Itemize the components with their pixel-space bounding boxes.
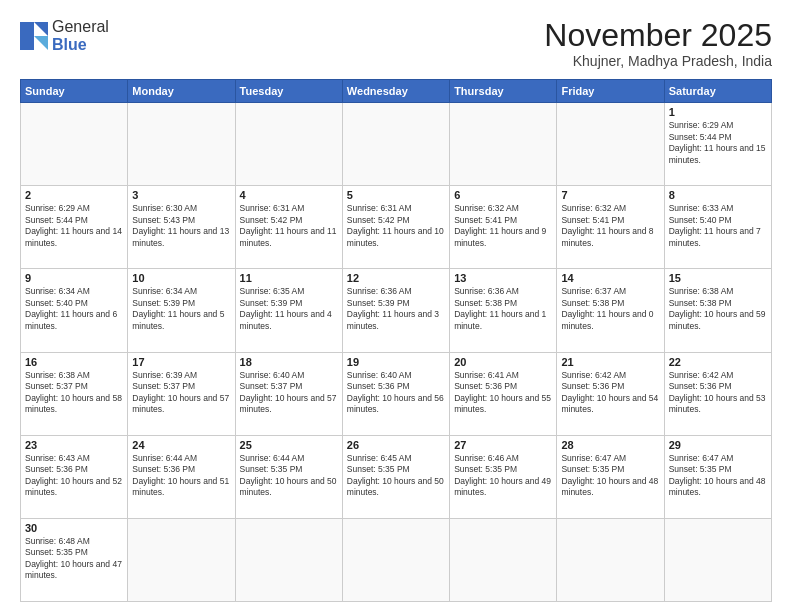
day-number: 6 [454, 189, 552, 201]
calendar-cell: 26Sunrise: 6:45 AMSunset: 5:35 PMDayligh… [342, 435, 449, 518]
day-info: Sunrise: 6:38 AMSunset: 5:38 PMDaylight:… [669, 286, 767, 332]
day-number: 21 [561, 356, 659, 368]
calendar-cell: 5Sunrise: 6:31 AMSunset: 5:42 PMDaylight… [342, 186, 449, 269]
general-blue-logo-icon [20, 22, 48, 50]
calendar-cell: 20Sunrise: 6:41 AMSunset: 5:36 PMDayligh… [450, 352, 557, 435]
day-number: 27 [454, 439, 552, 451]
day-info: Sunrise: 6:37 AMSunset: 5:38 PMDaylight:… [561, 286, 659, 332]
day-info: Sunrise: 6:33 AMSunset: 5:40 PMDaylight:… [669, 203, 767, 249]
calendar-cell [128, 103, 235, 186]
calendar-cell: 2Sunrise: 6:29 AMSunset: 5:44 PMDaylight… [21, 186, 128, 269]
calendar-header-row: SundayMondayTuesdayWednesdayThursdayFrid… [21, 80, 772, 103]
header: General Blue November 2025 Khujner, Madh… [20, 18, 772, 69]
day-number: 20 [454, 356, 552, 368]
calendar-cell [557, 518, 664, 601]
day-info: Sunrise: 6:42 AMSunset: 5:36 PMDaylight:… [669, 370, 767, 416]
day-info: Sunrise: 6:47 AMSunset: 5:35 PMDaylight:… [561, 453, 659, 499]
page: General Blue November 2025 Khujner, Madh… [0, 0, 792, 612]
calendar-cell [664, 518, 771, 601]
calendar-cell: 11Sunrise: 6:35 AMSunset: 5:39 PMDayligh… [235, 269, 342, 352]
svg-marker-2 [34, 36, 48, 50]
day-number: 22 [669, 356, 767, 368]
day-number: 25 [240, 439, 338, 451]
calendar-cell: 19Sunrise: 6:40 AMSunset: 5:36 PMDayligh… [342, 352, 449, 435]
calendar-cell: 6Sunrise: 6:32 AMSunset: 5:41 PMDaylight… [450, 186, 557, 269]
day-header-wednesday: Wednesday [342, 80, 449, 103]
calendar-cell [557, 103, 664, 186]
calendar-cell: 12Sunrise: 6:36 AMSunset: 5:39 PMDayligh… [342, 269, 449, 352]
day-number: 14 [561, 272, 659, 284]
day-number: 30 [25, 522, 123, 534]
calendar-cell [450, 103, 557, 186]
day-number: 24 [132, 439, 230, 451]
day-number: 11 [240, 272, 338, 284]
day-info: Sunrise: 6:36 AMSunset: 5:38 PMDaylight:… [454, 286, 552, 332]
calendar-cell: 17Sunrise: 6:39 AMSunset: 5:37 PMDayligh… [128, 352, 235, 435]
day-info: Sunrise: 6:41 AMSunset: 5:36 PMDaylight:… [454, 370, 552, 416]
calendar-cell: 16Sunrise: 6:38 AMSunset: 5:37 PMDayligh… [21, 352, 128, 435]
calendar-week-6: 30Sunrise: 6:48 AMSunset: 5:35 PMDayligh… [21, 518, 772, 601]
day-header-friday: Friday [557, 80, 664, 103]
day-info: Sunrise: 6:44 AMSunset: 5:35 PMDaylight:… [240, 453, 338, 499]
svg-marker-1 [34, 22, 48, 36]
calendar-cell: 10Sunrise: 6:34 AMSunset: 5:39 PMDayligh… [128, 269, 235, 352]
calendar-cell: 29Sunrise: 6:47 AMSunset: 5:35 PMDayligh… [664, 435, 771, 518]
calendar-week-4: 16Sunrise: 6:38 AMSunset: 5:37 PMDayligh… [21, 352, 772, 435]
calendar-title: November 2025 [544, 18, 772, 53]
calendar-cell: 3Sunrise: 6:30 AMSunset: 5:43 PMDaylight… [128, 186, 235, 269]
calendar-cell [128, 518, 235, 601]
calendar-table: SundayMondayTuesdayWednesdayThursdayFrid… [20, 79, 772, 602]
day-info: Sunrise: 6:44 AMSunset: 5:36 PMDaylight:… [132, 453, 230, 499]
day-number: 1 [669, 106, 767, 118]
day-header-sunday: Sunday [21, 80, 128, 103]
calendar-cell: 22Sunrise: 6:42 AMSunset: 5:36 PMDayligh… [664, 352, 771, 435]
calendar-cell: 23Sunrise: 6:43 AMSunset: 5:36 PMDayligh… [21, 435, 128, 518]
day-info: Sunrise: 6:35 AMSunset: 5:39 PMDaylight:… [240, 286, 338, 332]
day-number: 5 [347, 189, 445, 201]
day-info: Sunrise: 6:46 AMSunset: 5:35 PMDaylight:… [454, 453, 552, 499]
day-info: Sunrise: 6:34 AMSunset: 5:39 PMDaylight:… [132, 286, 230, 332]
day-info: Sunrise: 6:47 AMSunset: 5:35 PMDaylight:… [669, 453, 767, 499]
day-info: Sunrise: 6:45 AMSunset: 5:35 PMDaylight:… [347, 453, 445, 499]
svg-rect-0 [20, 22, 34, 50]
day-number: 17 [132, 356, 230, 368]
day-number: 15 [669, 272, 767, 284]
day-header-tuesday: Tuesday [235, 80, 342, 103]
day-number: 18 [240, 356, 338, 368]
day-info: Sunrise: 6:36 AMSunset: 5:39 PMDaylight:… [347, 286, 445, 332]
day-info: Sunrise: 6:29 AMSunset: 5:44 PMDaylight:… [669, 120, 767, 166]
logo-text: General Blue [52, 18, 109, 53]
day-number: 4 [240, 189, 338, 201]
day-info: Sunrise: 6:32 AMSunset: 5:41 PMDaylight:… [454, 203, 552, 249]
calendar-cell: 27Sunrise: 6:46 AMSunset: 5:35 PMDayligh… [450, 435, 557, 518]
calendar-subtitle: Khujner, Madhya Pradesh, India [544, 53, 772, 69]
day-info: Sunrise: 6:48 AMSunset: 5:35 PMDaylight:… [25, 536, 123, 582]
day-number: 16 [25, 356, 123, 368]
calendar-cell: 8Sunrise: 6:33 AMSunset: 5:40 PMDaylight… [664, 186, 771, 269]
logo-line1: General [52, 18, 109, 36]
calendar-cell: 1Sunrise: 6:29 AMSunset: 5:44 PMDaylight… [664, 103, 771, 186]
calendar-week-5: 23Sunrise: 6:43 AMSunset: 5:36 PMDayligh… [21, 435, 772, 518]
day-number: 2 [25, 189, 123, 201]
calendar-cell: 7Sunrise: 6:32 AMSunset: 5:41 PMDaylight… [557, 186, 664, 269]
day-info: Sunrise: 6:40 AMSunset: 5:36 PMDaylight:… [347, 370, 445, 416]
day-info: Sunrise: 6:39 AMSunset: 5:37 PMDaylight:… [132, 370, 230, 416]
day-info: Sunrise: 6:34 AMSunset: 5:40 PMDaylight:… [25, 286, 123, 332]
title-block: November 2025 Khujner, Madhya Pradesh, I… [544, 18, 772, 69]
calendar-cell [450, 518, 557, 601]
calendar-cell: 25Sunrise: 6:44 AMSunset: 5:35 PMDayligh… [235, 435, 342, 518]
calendar-cell: 13Sunrise: 6:36 AMSunset: 5:38 PMDayligh… [450, 269, 557, 352]
calendar-cell: 9Sunrise: 6:34 AMSunset: 5:40 PMDaylight… [21, 269, 128, 352]
calendar-cell [342, 103, 449, 186]
calendar-cell: 21Sunrise: 6:42 AMSunset: 5:36 PMDayligh… [557, 352, 664, 435]
day-number: 3 [132, 189, 230, 201]
day-number: 10 [132, 272, 230, 284]
logo-line2: Blue [52, 36, 109, 54]
day-info: Sunrise: 6:31 AMSunset: 5:42 PMDaylight:… [240, 203, 338, 249]
day-info: Sunrise: 6:30 AMSunset: 5:43 PMDaylight:… [132, 203, 230, 249]
calendar-week-3: 9Sunrise: 6:34 AMSunset: 5:40 PMDaylight… [21, 269, 772, 352]
day-number: 29 [669, 439, 767, 451]
day-number: 7 [561, 189, 659, 201]
day-number: 8 [669, 189, 767, 201]
calendar-cell: 30Sunrise: 6:48 AMSunset: 5:35 PMDayligh… [21, 518, 128, 601]
